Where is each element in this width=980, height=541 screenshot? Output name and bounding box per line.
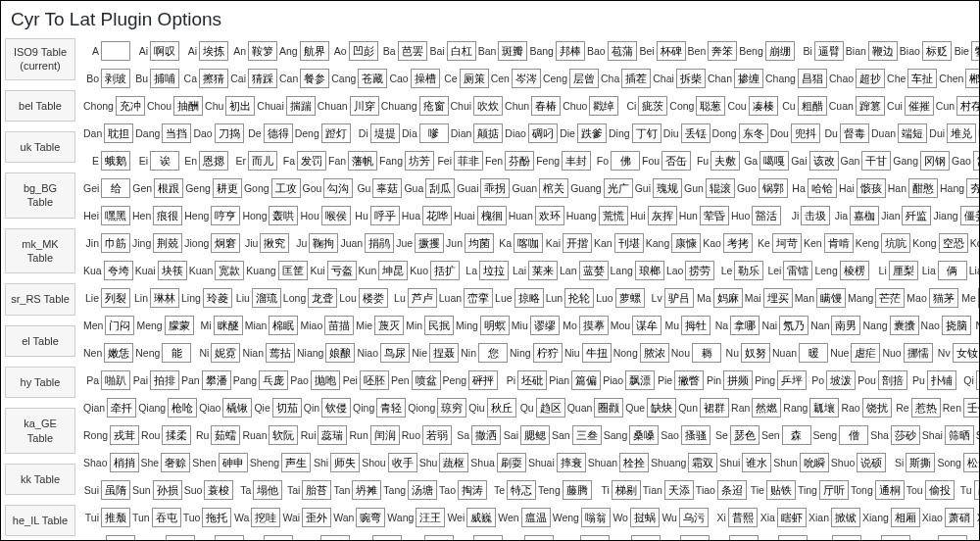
mapping-input[interactable]	[878, 370, 907, 390]
mapping-input[interactable]	[372, 178, 402, 198]
mapping-input[interactable]	[101, 233, 130, 253]
mapping-input[interactable]	[939, 233, 968, 253]
mapping-input[interactable]	[104, 261, 133, 280]
mapping-input[interactable]	[248, 41, 277, 61]
mapping-input[interactable]	[422, 206, 452, 225]
tab-el-table[interactable]: el Table	[5, 325, 75, 357]
mapping-input[interactable]	[321, 123, 351, 143]
mapping-input[interactable]	[105, 316, 134, 335]
mapping-input[interactable]	[415, 233, 444, 253]
mapping-input[interactable]	[631, 535, 661, 541]
mapping-input[interactable]	[150, 151, 179, 171]
mapping-input[interactable]	[777, 370, 807, 390]
mapping-input[interactable]	[370, 425, 400, 445]
mapping-input[interactable]	[215, 261, 244, 280]
mapping-input[interactable]	[101, 151, 130, 171]
mapping-input[interactable]	[579, 316, 609, 335]
mapping-input[interactable]	[213, 178, 242, 198]
mapping-input[interactable]	[947, 123, 976, 143]
mapping-input[interactable]	[676, 69, 706, 88]
mapping-input[interactable]	[814, 41, 844, 61]
mapping-input[interactable]	[514, 288, 544, 308]
mapping-input[interactable]	[419, 96, 449, 116]
mapping-input[interactable]	[973, 151, 979, 171]
mapping-input[interactable]	[945, 508, 974, 527]
mapping-input[interactable]	[942, 316, 971, 335]
mapping-input[interactable]	[215, 123, 244, 143]
mapping-input[interactable]	[681, 316, 710, 335]
mapping-input[interactable]	[572, 425, 602, 445]
mapping-input[interactable]	[325, 343, 355, 363]
mapping-input[interactable]	[380, 343, 410, 363]
mapping-input[interactable]	[173, 96, 203, 116]
mapping-input[interactable]	[528, 261, 558, 280]
mapping-input[interactable]	[664, 480, 694, 500]
mapping-input[interactable]	[779, 316, 808, 335]
mapping-input[interactable]	[376, 398, 406, 418]
mapping-input[interactable]	[264, 535, 293, 541]
mapping-input[interactable]	[723, 233, 753, 253]
mapping-input[interactable]	[798, 96, 827, 116]
mapping-input[interactable]	[856, 96, 885, 116]
mapping-input[interactable]	[360, 370, 389, 390]
mapping-input[interactable]	[938, 261, 967, 280]
mapping-input[interactable]	[308, 288, 337, 308]
mapping-input[interactable]	[700, 398, 729, 418]
mapping-input[interactable]	[408, 288, 437, 308]
mapping-input[interactable]	[264, 123, 293, 143]
mapping-input[interactable]	[875, 480, 905, 500]
mapping-input[interactable]	[152, 508, 181, 527]
mapping-input[interactable]	[728, 508, 758, 527]
mapping-input[interactable]	[927, 370, 956, 390]
mapping-input[interactable]	[106, 535, 135, 541]
mapping-input[interactable]	[891, 508, 920, 527]
mapping-input[interactable]	[202, 508, 231, 527]
mapping-input[interactable]	[297, 151, 326, 171]
mapping-input[interactable]	[437, 398, 466, 418]
mapping-input[interactable]	[199, 69, 228, 88]
mapping-input[interactable]	[466, 508, 496, 527]
mapping-input[interactable]	[581, 508, 611, 527]
mapping-input[interactable]	[653, 178, 682, 198]
mapping-input[interactable]	[153, 480, 182, 500]
tab-he_il-table[interactable]: he_IL Table	[5, 505, 75, 536]
mapping-input[interactable]	[766, 480, 796, 500]
mapping-input[interactable]	[729, 535, 759, 541]
mapping-input[interactable]	[881, 535, 910, 541]
mapping-input[interactable]	[110, 425, 139, 445]
mapping-input[interactable]	[647, 398, 676, 418]
mapping-input[interactable]	[318, 425, 347, 445]
mapping-input[interactable]	[300, 69, 329, 88]
tab-hy-table[interactable]: hy Table	[5, 367, 75, 398]
mapping-input[interactable]	[569, 69, 599, 88]
mapping-input[interactable]	[749, 96, 778, 116]
mapping-input[interactable]	[831, 508, 860, 527]
mapping-input[interactable]	[664, 288, 694, 308]
mapping-input[interactable]	[359, 288, 388, 308]
mapping-input[interactable]	[778, 535, 808, 541]
mapping-input[interactable]	[956, 96, 979, 116]
mapping-input[interactable]	[902, 206, 931, 225]
mapping-input[interactable]	[372, 535, 402, 541]
mapping-input[interactable]	[629, 425, 659, 445]
mapping-input[interactable]	[662, 151, 691, 171]
mapping-input[interactable]	[251, 508, 280, 527]
mapping-input[interactable]	[966, 178, 979, 198]
mapping-input[interactable]	[248, 151, 277, 171]
tab-iso9-table-(current)[interactable]: ISO9 Table (current)	[5, 38, 75, 80]
mapping-input[interactable]	[619, 453, 649, 472]
mapping-input[interactable]	[759, 178, 788, 198]
mapping-input[interactable]	[862, 398, 892, 418]
mapping-input[interactable]	[657, 41, 686, 61]
mapping-input[interactable]	[352, 480, 381, 500]
mapping-input[interactable]	[202, 370, 231, 390]
mapping-input[interactable]	[215, 535, 244, 541]
mapping-input[interactable]	[730, 316, 760, 335]
mapping-input[interactable]	[356, 508, 385, 527]
mapping-input[interactable]	[110, 453, 139, 472]
mapping-input[interactable]	[150, 370, 179, 390]
mapping-input[interactable]	[528, 123, 558, 143]
mapping-input[interactable]	[211, 206, 240, 225]
mapping-input[interactable]	[211, 425, 240, 445]
mapping-input[interactable]	[165, 316, 194, 335]
